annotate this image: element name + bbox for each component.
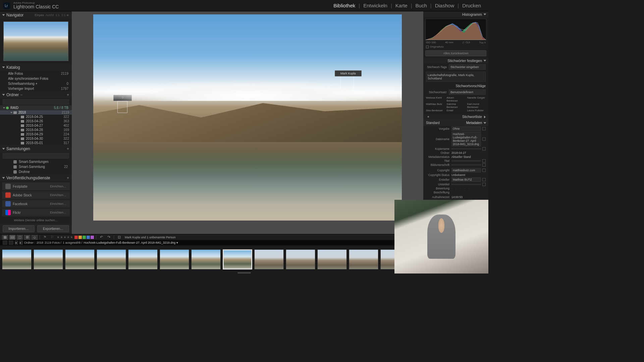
histogram-header[interactable]: Histogramm (423, 11, 488, 17)
publish-more-link[interactable]: Weitere Dienste online suchen… (0, 217, 72, 223)
thumbnail[interactable] (317, 249, 347, 269)
thumbnail[interactable] (2, 249, 32, 269)
thumbnail[interactable] (254, 249, 284, 269)
grid-view-button[interactable]: ▦ (2, 235, 8, 240)
publish-adobestock[interactable]: Adobe StockEinrichten… (2, 191, 70, 199)
volume-raid[interactable]: RAID5,6 / 8 TB (0, 105, 72, 110)
survey-view-button[interactable]: ⊞ (24, 235, 30, 240)
face-region-unnamed[interactable] (117, 101, 127, 113)
metadata-value[interactable]: matthiasbutz.com (451, 168, 481, 173)
remove-folder-button[interactable]: − (19, 93, 24, 97)
thumbnail[interactable] (349, 249, 378, 269)
folder-item[interactable]: 2018-05-01317 (0, 141, 72, 145)
main-photo[interactable]: Mark Kupla ? (93, 14, 402, 221)
module-library[interactable]: Bibliothek (330, 3, 359, 8)
keyword-input[interactable]: Landschaftsfotografie, Mark Kupla, Schot… (426, 72, 486, 82)
flag-reject-button[interactable]: ⚐ (49, 235, 55, 240)
add-collection-button[interactable]: + (65, 146, 69, 151)
module-map[interactable]: Karte (392, 3, 411, 8)
reset-all-button[interactable]: Alles zurücksetzen (425, 50, 486, 56)
kw-sugg-item[interactable]: Alicen Benkeser (446, 96, 465, 102)
kw-sugg-item[interactable]: Email (446, 109, 465, 112)
rotate-ccw-button[interactable]: ↶ (98, 235, 104, 240)
compare-view-button[interactable]: ◫ (17, 235, 23, 240)
folder-item[interactable]: 2018-04-26363 (0, 119, 72, 123)
publish-header[interactable]: Veröffentlichungsdienste + (0, 174, 72, 182)
metadata-header[interactable]: Standard Metadaten (423, 120, 488, 126)
catalog-header[interactable]: Katalog (0, 64, 72, 71)
navigator-zoom[interactable]: Einpas Ausfül 1:1 3:1 ≑ (35, 13, 69, 17)
metadata-go-icon[interactable] (482, 127, 486, 130)
folder-filter-input[interactable] (3, 99, 69, 105)
add-folder-button[interactable]: + (65, 93, 69, 97)
metadata-value[interactable] (451, 148, 481, 149)
label-yellow[interactable] (78, 236, 82, 239)
navigator-preview[interactable] (3, 21, 68, 61)
metadata-go-icon[interactable] (482, 178, 486, 181)
folder-2018[interactable]: 20182119 (0, 110, 72, 115)
keyword-set-select[interactable]: Benutzerdefiniert (449, 89, 486, 95)
folders-header[interactable]: Ordner − + (0, 91, 72, 99)
thumbnail[interactable] (65, 249, 95, 269)
folder-item[interactable]: 2018-04-25322 (0, 115, 72, 119)
thumbnail[interactable] (160, 249, 189, 269)
path-folder[interactable]: 2018 (37, 241, 43, 244)
import-button[interactable]: Importieren… (3, 225, 35, 232)
kw-sugg-item[interactable]: Nanelle Geiger (467, 96, 486, 102)
metadata-go-icon[interactable] (482, 169, 486, 172)
keywords-header[interactable]: Stichwörter festlegen (423, 58, 488, 64)
folder-item[interactable]: 2018-04-30322 (0, 136, 72, 141)
metadata-go-icon[interactable] (482, 147, 486, 150)
kw-sugg-item[interactable]: Karl-Horst Benkeser (467, 103, 486, 109)
kw-sugg-item[interactable]: Matthias Butz (426, 103, 444, 109)
metadata-value[interactable] (451, 184, 481, 185)
collection-item[interactable]: Drohne (0, 169, 72, 174)
flag-pick-button[interactable]: ⚑ (42, 235, 48, 240)
face-region-named[interactable] (340, 75, 354, 91)
thumbnail[interactable] (128, 249, 158, 269)
nav-back-button[interactable]: ◂ (15, 241, 18, 245)
metadata-go-icon[interactable] (482, 159, 486, 163)
filmstrip-scrollbar[interactable] (237, 272, 251, 274)
face-tag-named[interactable]: Mark Kupla (335, 70, 362, 76)
folder-item[interactable]: 2018-04-27402 (0, 123, 72, 128)
publish-harddrive[interactable]: FestplatteEinrichten… (2, 182, 70, 190)
label-blue[interactable] (87, 236, 90, 239)
thumbnail[interactable] (286, 249, 315, 269)
publish-facebook[interactable]: FacebookEinrichten… (2, 200, 70, 208)
folder-item[interactable]: 2018-04-28169 (0, 128, 72, 132)
kw-sugg-item[interactable]: Sabrina Benkeser (446, 103, 465, 109)
publish-flickr[interactable]: FlickrEinrichten… (2, 208, 70, 217)
thumbnail-selected[interactable] (223, 249, 252, 269)
face-toggle-button[interactable]: ⊡ (116, 235, 122, 240)
rating-stars[interactable]: ★★★★★ (57, 235, 73, 239)
metadata-value[interactable] (451, 160, 481, 162)
metadata-value[interactable] (451, 164, 481, 166)
export-button[interactable]: Exportieren… (37, 225, 69, 232)
metadata-go-icon[interactable] (482, 183, 486, 186)
kw-sugg-item[interactable]: Sira Benkeser (426, 109, 444, 112)
rotate-cw-button[interactable]: ↷ (106, 235, 112, 240)
kw-sugg-item[interactable]: Melissa Kiehl (426, 96, 444, 102)
metadata-value[interactable]: Matthias BUTZ (451, 177, 481, 182)
catalog-prev-import[interactable]: Vorheriger Import1797 (0, 86, 72, 91)
histogram[interactable] (425, 19, 486, 40)
thumbnail[interactable] (191, 249, 221, 269)
label-green[interactable] (83, 236, 86, 239)
kw-sugg-item[interactable]: Laura Pollster (467, 109, 486, 112)
module-develop[interactable]: Entwickeln (360, 3, 391, 8)
face-tag-unnamed[interactable]: ? (113, 95, 132, 101)
folder-item[interactable]: 2018-04-29224 (0, 132, 72, 136)
metadata-preset-select[interactable]: Standard (426, 121, 440, 125)
catalog-all-photos[interactable]: Alle Fotos2119 (0, 71, 72, 76)
collection-item[interactable]: Smart-Sammlungen (0, 159, 72, 164)
navigator-header[interactable]: Navigator Einpas Ausfül 1:1 3:1 ≑ (0, 11, 72, 19)
grid-toggle-button[interactable] (9, 241, 13, 245)
metadata-go-icon[interactable] (482, 163, 486, 167)
module-slideshow[interactable]: Diashow (432, 3, 458, 8)
label-red[interactable] (74, 236, 78, 239)
nav-fwd-button[interactable]: ▸ (19, 241, 23, 245)
catalog-synced[interactable]: Alle synchronisierten Fotos (0, 76, 72, 81)
catalog-quick[interactable]: Schnellsammlung +0 (0, 81, 72, 86)
thumbnail[interactable] (34, 249, 63, 269)
